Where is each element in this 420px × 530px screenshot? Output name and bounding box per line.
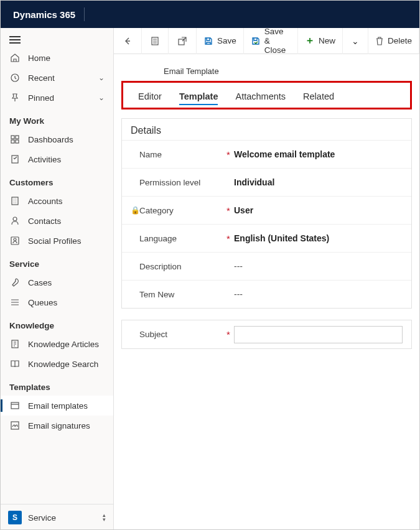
section-templates: Templates — [1, 374, 113, 396]
top-bar: Dynamics 365 — [1, 1, 419, 28]
clipboard-icon — [9, 154, 21, 165]
save-button[interactable]: Save — [197, 28, 244, 54]
home-icon — [9, 52, 21, 63]
subject-card: Subject * — [121, 320, 412, 349]
updown-icon: ▴▾ — [103, 513, 106, 522]
list-icon — [151, 36, 159, 46]
details-title: Details — [122, 119, 411, 140]
entity-label: Email Template — [164, 67, 419, 76]
pin-icon — [9, 92, 21, 103]
clock-icon — [9, 72, 21, 83]
sidebar-item-contacts[interactable]: Contacts — [1, 211, 113, 231]
form-tabs: Editor Template Attachments Related — [123, 85, 410, 108]
svg-rect-5 — [12, 156, 18, 163]
svg-rect-4 — [16, 140, 19, 143]
sidebar-item-cases[interactable]: Cases — [1, 272, 113, 292]
sidebar-item-accounts[interactable]: Accounts — [1, 191, 113, 211]
area-switcher[interactable]: S Service ▴▾ — [1, 504, 113, 530]
sidebar-item-karticles[interactable]: Knowledge Articles — [1, 334, 113, 354]
delete-button[interactable]: Delete — [368, 28, 419, 54]
building-icon — [9, 195, 21, 207]
signature-icon — [9, 420, 21, 431]
back-button[interactable] — [114, 28, 142, 54]
book-icon — [9, 358, 21, 370]
divider — [84, 7, 85, 21]
content: Save Save & Close ＋ New ⌄ Delete Email T… — [114, 28, 419, 530]
svg-rect-6 — [12, 197, 18, 205]
field-temnew[interactable]: Tem New --- — [122, 280, 411, 308]
chevron-down-icon: ⌄ — [352, 36, 359, 46]
chevron-down-icon: ⌄ — [98, 93, 105, 102]
tab-related[interactable]: Related — [294, 85, 343, 108]
profile-icon — [9, 235, 21, 246]
wrench-icon — [9, 277, 21, 288]
tab-attachments[interactable]: Attachments — [226, 85, 294, 108]
field-description[interactable]: Description --- — [122, 252, 411, 280]
form-area: Email Template Editor Template Attachmen… — [114, 54, 419, 530]
queue-icon — [9, 297, 21, 308]
save-close-button[interactable]: Save & Close — [244, 28, 298, 54]
field-subject[interactable]: Subject * — [122, 320, 411, 348]
sidebar-item-home[interactable]: Home — [1, 48, 113, 68]
tab-editor[interactable]: Editor — [129, 85, 170, 108]
chevron-down-icon: ⌄ — [98, 73, 105, 82]
save-icon — [203, 36, 213, 46]
area-name: Service — [28, 513, 103, 523]
section-mywork: My Work — [1, 108, 113, 129]
dashboard-icon — [9, 134, 21, 145]
sidebar-item-emailsignatures[interactable]: Email signatures — [1, 416, 113, 435]
trash-icon — [375, 36, 384, 46]
section-service: Service — [1, 251, 113, 272]
back-arrow-icon — [123, 36, 133, 46]
open-record-set-button[interactable] — [142, 28, 169, 54]
hamburger-icon[interactable] — [9, 35, 21, 44]
svg-point-9 — [14, 238, 16, 241]
sidebar-item-recent[interactable]: Recent ⌄ — [1, 68, 113, 88]
sidebar: Home Recent ⌄ Pinned ⌄ My Work Dashboard… — [1, 28, 114, 530]
save-close-icon — [251, 36, 261, 46]
details-card: Details Name * Welcome email template Pe… — [121, 118, 412, 309]
app-title: Dynamics 365 — [13, 9, 75, 20]
sidebar-item-dashboards[interactable]: Dashboards — [1, 129, 113, 149]
section-knowledge: Knowledge — [1, 312, 113, 334]
field-language[interactable]: Language * English (United States) — [122, 224, 411, 252]
svg-rect-2 — [16, 136, 19, 139]
article-icon — [9, 338, 21, 350]
sidebar-item-social[interactable]: Social Profiles — [1, 231, 113, 251]
sidebar-item-ksearch[interactable]: Knowledge Search — [1, 354, 113, 374]
svg-rect-1 — [11, 136, 14, 139]
field-category[interactable]: 🔒 Category * User — [122, 196, 411, 224]
plus-icon: ＋ — [305, 34, 315, 47]
lock-icon: 🔒 — [131, 206, 139, 215]
field-name[interactable]: Name * Welcome email template — [122, 140, 411, 168]
sidebar-item-emailtemplates[interactable]: Email templates — [1, 396, 113, 416]
tab-template[interactable]: Template — [170, 85, 227, 108]
section-customers: Customers — [1, 169, 113, 191]
new-button[interactable]: ＋ New — [298, 28, 343, 54]
sidebar-item-activities[interactable]: Activities — [1, 149, 113, 169]
field-permission[interactable]: Permission level Individual — [122, 168, 411, 196]
person-icon — [9, 215, 21, 226]
command-bar: Save Save & Close ＋ New ⌄ Delete — [114, 28, 419, 54]
nav: Home Recent ⌄ Pinned ⌄ My Work Dashboard… — [1, 48, 113, 504]
template-icon — [9, 400, 21, 411]
svg-rect-11 — [11, 402, 19, 409]
popout-button[interactable] — [169, 28, 197, 54]
new-dropdown[interactable]: ⌄ — [343, 28, 368, 54]
subject-input[interactable] — [234, 326, 403, 343]
area-badge: S — [8, 511, 22, 524]
popout-icon — [177, 36, 187, 46]
svg-point-7 — [13, 217, 17, 221]
sidebar-item-queues[interactable]: Queues — [1, 292, 113, 312]
tabs-highlight: Editor Template Attachments Related — [121, 81, 412, 109]
svg-rect-3 — [11, 140, 14, 143]
sidebar-item-pinned[interactable]: Pinned ⌄ — [1, 88, 113, 108]
